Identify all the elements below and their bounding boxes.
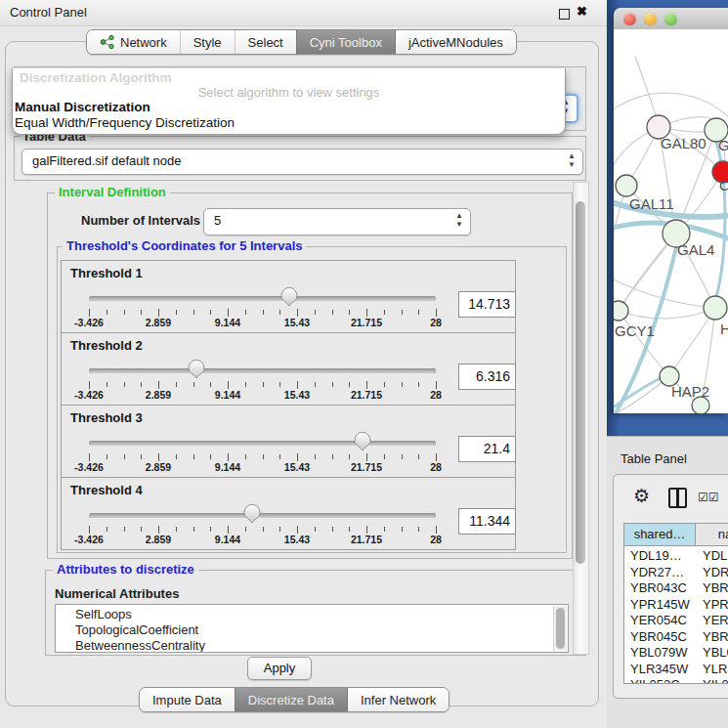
network-icon: [100, 34, 114, 50]
table-row[interactable]: YER054CYER0: [624, 613, 728, 629]
network-canvas[interactable]: GAL80GACGAL11GAL4GCY1HHAP2: [614, 29, 728, 413]
tick-mark: [210, 454, 211, 459]
slider-thumb[interactable]: [354, 432, 371, 451]
slider-track[interactable]: [89, 513, 436, 518]
columns-icon[interactable]: [668, 488, 687, 508]
tick-label: 2.859: [137, 461, 180, 473]
tick-mark: [315, 527, 316, 532]
mac-zoom-button[interactable]: [664, 13, 677, 25]
network-node[interactable]: [614, 301, 628, 321]
checkboxes-icon[interactable]: ☑☑: [698, 491, 719, 504]
tick-label: 28: [414, 534, 457, 545]
table-cell: YBL0: [703, 645, 728, 660]
network-view-window[interactable]: GAL80GACGAL11GAL4GCY1HHAP2: [614, 8, 728, 413]
list-item[interactable]: BetweennessCentrality: [75, 638, 205, 653]
table-cell: YBR0: [703, 629, 728, 644]
numerical-attributes-list[interactable]: SelfLoopsTopologicalCoefficientBetweenne…: [55, 604, 569, 653]
scrollbar-thumb[interactable]: [556, 608, 565, 649]
bottom-tab-bar: Impute DataDiscretize DataInfer Network: [139, 687, 450, 712]
mac-close-button[interactable]: [623, 13, 636, 25]
table-row[interactable]: YBL079WYBL0: [624, 645, 728, 662]
tick-mark: [176, 310, 177, 315]
tick-mark: [402, 310, 403, 315]
tick-mark: [418, 527, 419, 532]
tick-mark: [176, 454, 177, 459]
node-label: GAL11: [629, 195, 674, 212]
table-row[interactable]: YLR345WYLR3: [624, 662, 728, 678]
table-row[interactable]: YDL19…YDL1: [624, 548, 728, 565]
table-cell: YBR045C: [630, 629, 695, 644]
network-node[interactable]: [616, 175, 637, 196]
tick-mark: [158, 453, 159, 461]
table-row[interactable]: YPR145WYPR1: [624, 597, 728, 614]
close-icon[interactable]: ✖: [577, 4, 587, 19]
node-label: GAL80: [661, 135, 707, 151]
tick-mark: [349, 454, 350, 459]
slider-thumb[interactable]: [188, 360, 205, 379]
tick-mark: [297, 453, 298, 461]
slider-track[interactable]: [89, 441, 436, 446]
slider-thumb[interactable]: [280, 287, 298, 307]
apply-button[interactable]: Apply: [247, 657, 312, 680]
slider-track[interactable]: [89, 368, 436, 373]
column-header-na[interactable]: na: [696, 524, 728, 546]
table-cell: YPR145W: [630, 597, 695, 612]
dropdown-option-equal-width-frequency-discretization[interactable]: Equal Width/Frequency Discretization: [15, 115, 562, 130]
network-edge[interactable]: [619, 311, 669, 376]
tick-label: 28: [414, 389, 457, 401]
tab-cyni-toolbox[interactable]: Cyni Toolbox: [296, 30, 395, 54]
table-row[interactable]: YBR045CYBR0: [624, 629, 728, 646]
tick-mark: [279, 454, 280, 459]
table-data-combo[interactable]: galFiltered.sif default node ▲▼: [21, 149, 583, 175]
tick-label: 21.715: [345, 534, 388, 545]
combo-arrows-icon: ▲▼: [568, 151, 576, 169]
tab-discretize-data[interactable]: Discretize Data: [235, 688, 347, 711]
tick-label: 9.144: [206, 461, 249, 473]
network-edge[interactable]: [614, 93, 728, 119]
number-of-intervals-combo[interactable]: 5 ▲▼: [203, 208, 471, 236]
tab-impute-data[interactable]: Impute Data: [140, 688, 235, 711]
tick-mark: [228, 526, 229, 534]
tick-label: 21.715: [345, 317, 388, 328]
threshold-value-field[interactable]: 11.344: [458, 508, 516, 535]
node-table[interactable]: shared…naYDL19…YDL1YDR27…YDR2YBR043CYBR0…: [623, 523, 728, 684]
tab-network[interactable]: Network: [87, 30, 180, 54]
tab-infer-network[interactable]: Infer Network: [347, 688, 449, 711]
tick-mark: [245, 310, 246, 315]
table-row[interactable]: YIL052CYIL0: [624, 677, 728, 684]
float-window-icon[interactable]: [559, 9, 570, 20]
table-cell: YDR27…: [630, 565, 695, 579]
threshold-value-field[interactable]: 6.316: [458, 364, 516, 390]
network-window-titlebar[interactable]: [614, 8, 728, 30]
threshold-label: Threshold 1: [70, 266, 143, 280]
table-row[interactable]: YBR043CYBR0: [624, 580, 728, 597]
tab-select[interactable]: Select: [235, 30, 296, 54]
dropdown-option-manual-discretization[interactable]: Manual Discretization: [15, 100, 562, 114]
threshold-value-field[interactable]: 14.713: [458, 291, 516, 318]
attributes-scrollbar[interactable]: [553, 606, 567, 651]
tick-label: 15.43: [276, 317, 319, 328]
list-item[interactable]: SelfLoops: [75, 607, 132, 622]
table-data-value: galFiltered.sif default node: [32, 153, 181, 168]
tick-label: 21.715: [345, 461, 388, 473]
tab-jactivemnodules[interactable]: jActiveMNodules: [395, 30, 516, 54]
control-panel: Control Panel ✖ NetworkStyleSelectCyni T…: [0, 0, 607, 728]
threshold-value-field[interactable]: 21.4: [458, 436, 516, 462]
panel-vertical-scrollbar[interactable]: [573, 182, 589, 655]
tick-mark: [176, 382, 177, 387]
tick-label: 9.144: [206, 389, 249, 401]
list-item[interactable]: TopologicalCoefficient: [75, 622, 198, 638]
network-node[interactable]: [704, 296, 727, 320]
scrollbar-thumb[interactable]: [576, 201, 585, 564]
mac-minimize-button[interactable]: [644, 13, 657, 25]
tick-mark: [158, 526, 159, 534]
column-header-shared-[interactable]: shared…: [624, 524, 696, 546]
tab-style[interactable]: Style: [180, 30, 235, 54]
tick-mark: [193, 310, 194, 315]
table-row[interactable]: YDR27…YDR2: [624, 565, 728, 581]
network-edge[interactable]: [619, 308, 715, 319]
slider-track[interactable]: [89, 296, 436, 301]
slider-thumb[interactable]: [243, 504, 261, 524]
threshold-panel: Threshold 2-3.4262.8599.14415.4321.71528…: [61, 332, 516, 406]
gear-icon[interactable]: ⚙: [633, 485, 650, 507]
